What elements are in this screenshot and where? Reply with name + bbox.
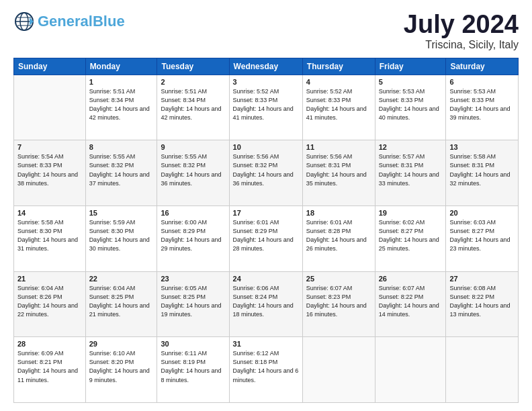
day-number: 31 — [233, 340, 299, 348]
day-cell: 7Sunrise: 5:54 AMSunset: 8:33 PMDaylight… — [14, 140, 86, 206]
cell-info: Sunrise: 5:52 AMSunset: 8:33 PMDaylight:… — [306, 87, 371, 122]
day-cell: 27Sunrise: 6:08 AMSunset: 8:22 PMDayligh… — [446, 271, 519, 337]
day-number: 15 — [89, 209, 154, 217]
day-cell: 3Sunrise: 5:52 AMSunset: 8:33 PMDaylight… — [229, 75, 302, 140]
cell-info: Sunrise: 6:01 AMSunset: 8:29 PMDaylight:… — [233, 218, 299, 253]
col-header-friday: Friday — [375, 58, 446, 75]
day-cell: 18Sunrise: 6:01 AMSunset: 8:28 PMDayligh… — [302, 206, 375, 272]
day-cell: 8Sunrise: 5:55 AMSunset: 8:32 PMDaylight… — [85, 140, 157, 206]
cell-info: Sunrise: 6:11 AMSunset: 8:19 PMDaylight:… — [161, 349, 225, 384]
day-number: 16 — [161, 209, 225, 217]
day-cell: 2Sunrise: 5:51 AMSunset: 8:34 PMDaylight… — [157, 75, 229, 140]
day-cell: 12Sunrise: 5:57 AMSunset: 8:31 PMDayligh… — [375, 140, 446, 206]
header-row: SundayMondayTuesdayWednesdayThursdayFrid… — [14, 58, 519, 75]
day-cell: 19Sunrise: 6:02 AMSunset: 8:27 PMDayligh… — [375, 206, 446, 272]
cell-info: Sunrise: 6:02 AMSunset: 8:27 PMDaylight:… — [379, 218, 443, 253]
cell-info: Sunrise: 6:05 AMSunset: 8:25 PMDaylight:… — [161, 284, 225, 319]
day-cell: 1Sunrise: 5:51 AMSunset: 8:34 PMDaylight… — [85, 75, 157, 140]
day-number: 8 — [89, 143, 154, 151]
day-cell: 24Sunrise: 6:06 AMSunset: 8:24 PMDayligh… — [229, 271, 302, 337]
cell-info: Sunrise: 6:04 AMSunset: 8:26 PMDaylight:… — [17, 284, 82, 319]
day-number: 7 — [17, 143, 82, 151]
page: GeneralBlue July 2024 Triscina, Sicily, … — [0, 0, 532, 411]
day-cell: 30Sunrise: 6:11 AMSunset: 8:19 PMDayligh… — [157, 337, 229, 403]
cell-info: Sunrise: 5:58 AMSunset: 8:31 PMDaylight:… — [449, 152, 515, 187]
day-cell — [302, 337, 375, 403]
cell-info: Sunrise: 6:08 AMSunset: 8:22 PMDaylight:… — [449, 284, 515, 319]
day-cell: 25Sunrise: 6:07 AMSunset: 8:23 PMDayligh… — [302, 271, 375, 337]
cell-info: Sunrise: 6:09 AMSunset: 8:21 PMDaylight:… — [17, 349, 82, 384]
cell-info: Sunrise: 5:58 AMSunset: 8:30 PMDaylight:… — [17, 218, 82, 253]
day-cell: 15Sunrise: 5:59 AMSunset: 8:30 PMDayligh… — [85, 206, 157, 272]
day-number: 2 — [161, 78, 225, 86]
day-number: 9 — [161, 143, 225, 151]
day-cell: 11Sunrise: 5:56 AMSunset: 8:31 PMDayligh… — [302, 140, 375, 206]
day-number: 18 — [306, 209, 371, 217]
cell-info: Sunrise: 5:56 AMSunset: 8:32 PMDaylight:… — [233, 152, 299, 187]
day-number: 23 — [161, 275, 225, 283]
cell-info: Sunrise: 5:53 AMSunset: 8:33 PMDaylight:… — [379, 87, 443, 122]
cell-info: Sunrise: 6:01 AMSunset: 8:28 PMDaylight:… — [306, 218, 371, 253]
day-cell: 17Sunrise: 6:01 AMSunset: 8:29 PMDayligh… — [229, 206, 302, 272]
day-number: 19 — [379, 209, 443, 217]
cell-info: Sunrise: 5:51 AMSunset: 8:34 PMDaylight:… — [89, 87, 154, 122]
day-cell — [375, 337, 446, 403]
day-cell: 13Sunrise: 5:58 AMSunset: 8:31 PMDayligh… — [446, 140, 519, 206]
day-number: 25 — [306, 275, 371, 283]
day-cell: 16Sunrise: 6:00 AMSunset: 8:29 PMDayligh… — [157, 206, 229, 272]
globe-icon — [13, 11, 35, 32]
cell-info: Sunrise: 5:52 AMSunset: 8:33 PMDaylight:… — [233, 87, 299, 122]
cell-info: Sunrise: 6:07 AMSunset: 8:22 PMDaylight:… — [379, 284, 443, 319]
day-number: 20 — [449, 209, 515, 217]
col-header-sunday: Sunday — [14, 58, 86, 75]
day-cell: 6Sunrise: 5:53 AMSunset: 8:33 PMDaylight… — [446, 75, 519, 140]
week-row-5: 28Sunrise: 6:09 AMSunset: 8:21 PMDayligh… — [14, 337, 519, 403]
day-number: 30 — [161, 340, 225, 348]
cell-info: Sunrise: 5:51 AMSunset: 8:34 PMDaylight:… — [161, 87, 225, 122]
month-title: July 2024 — [404, 11, 519, 39]
day-cell: 14Sunrise: 5:58 AMSunset: 8:30 PMDayligh… — [14, 206, 86, 272]
col-header-tuesday: Tuesday — [157, 58, 229, 75]
cell-info: Sunrise: 6:10 AMSunset: 8:20 PMDaylight:… — [89, 349, 154, 384]
day-number: 6 — [449, 78, 515, 86]
day-cell — [14, 75, 86, 140]
day-cell: 9Sunrise: 5:55 AMSunset: 8:32 PMDaylight… — [157, 140, 229, 206]
day-cell: 26Sunrise: 6:07 AMSunset: 8:22 PMDayligh… — [375, 271, 446, 337]
logo: GeneralBlue — [13, 11, 125, 32]
cell-info: Sunrise: 5:57 AMSunset: 8:31 PMDaylight:… — [379, 152, 443, 187]
day-cell — [446, 337, 519, 403]
day-number: 3 — [233, 78, 299, 86]
location: Triscina, Sicily, Italy — [404, 39, 519, 51]
col-header-monday: Monday — [85, 58, 157, 75]
day-number: 11 — [306, 143, 371, 151]
cell-info: Sunrise: 6:04 AMSunset: 8:25 PMDaylight:… — [89, 284, 154, 319]
cell-info: Sunrise: 6:06 AMSunset: 8:24 PMDaylight:… — [233, 284, 299, 319]
day-cell: 10Sunrise: 5:56 AMSunset: 8:32 PMDayligh… — [229, 140, 302, 206]
day-cell: 28Sunrise: 6:09 AMSunset: 8:21 PMDayligh… — [14, 337, 86, 403]
day-cell: 5Sunrise: 5:53 AMSunset: 8:33 PMDaylight… — [375, 75, 446, 140]
col-header-thursday: Thursday — [302, 58, 375, 75]
calendar-table: SundayMondayTuesdayWednesdayThursdayFrid… — [13, 58, 519, 403]
day-number: 5 — [379, 78, 443, 86]
day-number: 27 — [449, 275, 515, 283]
day-number: 12 — [379, 143, 443, 151]
day-number: 21 — [17, 275, 82, 283]
cell-info: Sunrise: 5:59 AMSunset: 8:30 PMDaylight:… — [89, 218, 154, 253]
day-number: 4 — [306, 78, 371, 86]
day-cell: 4Sunrise: 5:52 AMSunset: 8:33 PMDaylight… — [302, 75, 375, 140]
day-number: 26 — [379, 275, 443, 283]
cell-info: Sunrise: 6:07 AMSunset: 8:23 PMDaylight:… — [306, 284, 371, 319]
week-row-3: 14Sunrise: 5:58 AMSunset: 8:30 PMDayligh… — [14, 206, 519, 272]
day-number: 24 — [233, 275, 299, 283]
col-header-saturday: Saturday — [446, 58, 519, 75]
cell-info: Sunrise: 5:55 AMSunset: 8:32 PMDaylight:… — [161, 152, 225, 187]
col-header-wednesday: Wednesday — [229, 58, 302, 75]
logo-blue: Blue — [93, 13, 125, 30]
cell-info: Sunrise: 5:56 AMSunset: 8:31 PMDaylight:… — [306, 152, 371, 187]
cell-info: Sunrise: 5:54 AMSunset: 8:33 PMDaylight:… — [17, 152, 82, 187]
day-number: 28 — [17, 340, 82, 348]
week-row-2: 7Sunrise: 5:54 AMSunset: 8:33 PMDaylight… — [14, 140, 519, 206]
day-cell: 23Sunrise: 6:05 AMSunset: 8:25 PMDayligh… — [157, 271, 229, 337]
cell-info: Sunrise: 5:53 AMSunset: 8:33 PMDaylight:… — [449, 87, 515, 122]
day-number: 29 — [89, 340, 154, 348]
